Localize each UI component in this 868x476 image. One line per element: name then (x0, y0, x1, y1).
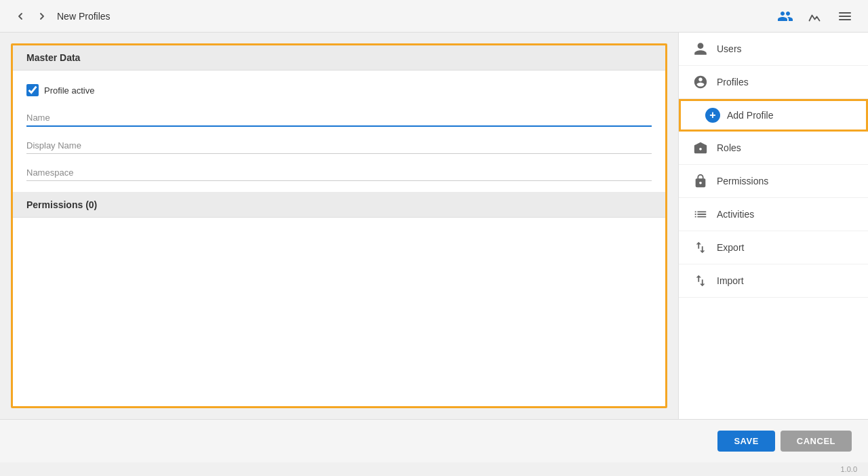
master-data-body: Profile active (13, 71, 665, 181)
save-button[interactable]: SAVE (717, 431, 774, 452)
namespace-field (26, 165, 652, 181)
users-icon-button[interactable] (773, 4, 797, 28)
cancel-button[interactable]: CANCEL (781, 431, 852, 452)
footer-bar: SAVE CANCEL (0, 419, 868, 462)
sidebar-export-label: Export (717, 242, 744, 253)
add-profile-icon: + (705, 108, 720, 123)
display-name-input[interactable] (26, 138, 652, 154)
version-text: 1.0.0 (841, 465, 857, 473)
permissions-header: Permissions (0) (13, 193, 665, 218)
import-icon (692, 273, 709, 289)
svg-rect-2 (839, 19, 851, 20)
page-title: New Profiles (57, 11, 111, 22)
form-scroll[interactable]: Master Data Profile active (13, 45, 665, 406)
profile-active-row: Profile active (26, 84, 652, 96)
namespace-input[interactable] (26, 165, 652, 181)
sidebar-item-add-profile[interactable]: + Add Profile (679, 99, 868, 132)
svg-rect-0 (839, 12, 851, 14)
profile-active-label: Profile active (44, 85, 94, 96)
users-icon (692, 41, 709, 57)
sidebar-activities-label: Activities (717, 209, 754, 220)
svg-rect-1 (839, 16, 851, 17)
sidebar-item-export[interactable]: Export (679, 231, 868, 264)
sidebar-item-users[interactable]: Users (679, 33, 868, 66)
permissions-body (13, 218, 665, 272)
version-bar: 1.0.0 (0, 462, 868, 476)
nav-back-button[interactable] (11, 7, 30, 26)
name-field (26, 110, 652, 127)
permissions-icon (692, 173, 709, 189)
nav-buttons: New Profiles (11, 7, 111, 26)
sidebar-item-profiles[interactable]: Profiles (679, 66, 868, 99)
sidebar-roles-label: Roles (717, 142, 741, 153)
export-icon (692, 239, 709, 256)
activity-icon-button[interactable] (803, 4, 827, 28)
profile-active-checkbox[interactable] (26, 84, 39, 96)
sidebar-item-activities[interactable]: Activities (679, 198, 868, 231)
sidebar-item-roles[interactable]: Roles (679, 132, 868, 165)
profiles-icon (692, 74, 709, 90)
sidebar-import-label: Import (717, 275, 744, 286)
display-name-field (26, 138, 652, 154)
activities-icon (692, 206, 709, 222)
topbar-icon-group (773, 4, 857, 28)
nav-forward-button[interactable] (33, 7, 52, 26)
master-data-header: Master Data (13, 45, 665, 71)
form-panel: Master Data Profile active (11, 43, 667, 408)
sidebar-permissions-label: Permissions (717, 176, 768, 186)
roles-icon (692, 140, 709, 156)
main-layout: Master Data Profile active (0, 33, 868, 419)
sidebar-add-profile-label: Add Profile (727, 110, 773, 121)
bottom-area: SAVE CANCEL 1.0.0 (0, 419, 868, 476)
name-input[interactable] (26, 110, 652, 127)
menu-icon-button[interactable] (833, 4, 857, 28)
sidebar-users-label: Users (717, 43, 742, 54)
content-area: Master Data Profile active (0, 33, 678, 419)
sidebar-item-import[interactable]: Import (679, 264, 868, 298)
sidebar: Users Profiles + Add Profile Roles (678, 33, 868, 419)
topbar: New Profiles (0, 0, 868, 33)
sidebar-item-permissions[interactable]: Permissions (679, 165, 868, 198)
sidebar-profiles-label: Profiles (717, 77, 749, 87)
